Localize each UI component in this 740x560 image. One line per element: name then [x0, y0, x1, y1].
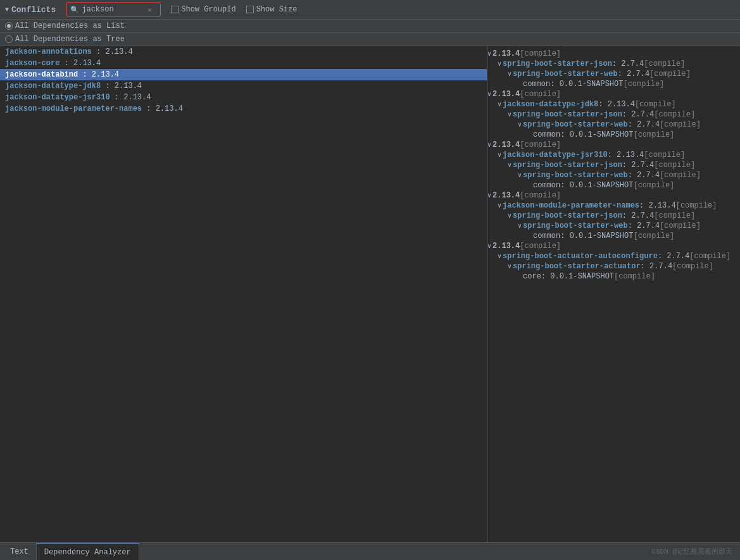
list-item[interactable]: jackson-core : 2.13.4	[0, 58, 487, 69]
search-box[interactable]: 🔍 ✕	[66, 3, 161, 16]
tree-dependency-node[interactable]: ∨common : 0.0.1-SNAPSHOT [compile]	[487, 79, 740, 89]
list-item[interactable]: jackson-module-parameter-names : 2.13.4	[0, 103, 487, 115]
tree-dependency-node[interactable]: ∨spring-boot-actuator-autoconfigure : 2.…	[487, 251, 740, 261]
tree-dependency-node[interactable]: ∨jackson-datatype-jdk8 : 2.13.4 [compile…	[487, 99, 740, 109]
radio-circle-list[interactable]	[5, 22, 13, 30]
tree-dependency-node[interactable]: ∨spring-boot-starter-json : 2.7.4 [compi…	[487, 109, 740, 120]
list-item[interactable]: jackson-databind : 2.13.4	[0, 69, 487, 80]
list-item[interactable]: jackson-datatype-jsr310 : 2.13.4	[0, 92, 487, 103]
tree-version-header[interactable]: ∨2.13.4 [compile]	[487, 49, 740, 59]
search-icon: 🔍	[70, 6, 79, 14]
radio-all-deps-list[interactable]: All Dependencies as List	[5, 22, 125, 30]
tree-version-header[interactable]: ∨2.13.4 [compile]	[487, 190, 740, 201]
show-group-id-label: Show GroupId	[181, 5, 235, 14]
tree-version-header[interactable]: ∨2.13.4 [compile]	[487, 89, 740, 99]
clear-search-icon[interactable]: ✕	[147, 6, 152, 14]
show-group-id-option[interactable]: Show GroupId	[171, 5, 235, 14]
radio-label-list: All Dependencies as List	[15, 22, 125, 30]
radio-label-tree: All Dependencies as Tree	[15, 35, 125, 44]
tree-dependency-node[interactable]: ∨spring-boot-starter-web : 2.7.4 [compil…	[487, 120, 740, 130]
show-size-option[interactable]: Show Size	[246, 5, 298, 14]
search-input[interactable]	[82, 5, 145, 14]
tree-dependency-node[interactable]: ∨spring-boot-starter-web : 2.7.4 [compil…	[487, 69, 740, 79]
tree-dependency-node[interactable]: ∨spring-boot-starter-web : 2.7.4 [compil…	[487, 221, 740, 231]
tree-version-header[interactable]: ∨2.13.4 [compile]	[487, 140, 740, 150]
left-panel: jackson-annotations : 2.13.4jackson-core…	[0, 46, 487, 542]
show-size-label: Show Size	[256, 5, 298, 14]
tab-bar: Text Dependency Analyzer CSDN @记忆摇晃着的那天	[0, 542, 740, 560]
show-group-id-checkbox[interactable]	[171, 6, 179, 13]
tab-dependency-analyzer[interactable]: Dependency Analyzer	[36, 543, 139, 560]
tree-dependency-node[interactable]: ∨jackson-datatype-jsr310 : 2.13.4 [compi…	[487, 150, 740, 160]
options-row-tree: All Dependencies as Tree	[0, 33, 740, 46]
options-row-list: All Dependencies as List	[0, 20, 740, 33]
tree-dependency-node[interactable]: ∨common : 0.0.1-SNAPSHOT [compile]	[487, 130, 740, 140]
show-size-checkbox[interactable]	[246, 6, 254, 13]
main-content: jackson-annotations : 2.13.4jackson-core…	[0, 46, 740, 542]
tree-version-header[interactable]: ∨2.13.4 [compile]	[487, 241, 740, 251]
tree-dependency-node[interactable]: ∨core : 0.0.1-SNAPSHOT [compile]	[487, 271, 740, 282]
right-panel: ∨2.13.4 [compile]∨spring-boot-starter-js…	[487, 46, 740, 542]
radio-circle-tree[interactable]	[5, 35, 13, 43]
header-bar: ▼ Conflicts 🔍 ✕ Show GroupId Show Size	[0, 0, 740, 20]
tree-dependency-node[interactable]: ∨spring-boot-starter-json : 2.7.4 [compi…	[487, 59, 740, 69]
tree-dependency-node[interactable]: ∨common : 0.0.1-SNAPSHOT [compile]	[487, 180, 740, 190]
tree-dependency-node[interactable]: ∨spring-boot-starter-web : 2.7.4 [compil…	[487, 170, 740, 180]
tree-dependency-node[interactable]: ∨spring-boot-starter-json : 2.7.4 [compi…	[487, 211, 740, 221]
tree-dependency-node[interactable]: ∨spring-boot-starter-actuator : 2.7.4 [c…	[487, 261, 740, 271]
radio-all-deps-tree[interactable]: All Dependencies as Tree	[5, 35, 125, 44]
tree-dependency-node[interactable]: ∨common : 0.0.1-SNAPSHOT [compile]	[487, 231, 740, 241]
tab-text[interactable]: Text	[3, 543, 36, 560]
list-item[interactable]: jackson-annotations : 2.13.4	[0, 46, 487, 58]
list-item[interactable]: jackson-datatype-jdk8 : 2.13.4	[0, 80, 487, 92]
collapse-icon[interactable]: ▼	[5, 6, 9, 13]
tree-dependency-node[interactable]: ∨jackson-module-parameter-names : 2.13.4…	[487, 201, 740, 211]
tree-dependency-node[interactable]: ∨spring-boot-starter-json : 2.7.4 [compi…	[487, 160, 740, 170]
watermark: CSDN @记忆摇晃着的那天	[651, 547, 737, 556]
conflicts-title: ▼ Conflicts	[5, 5, 56, 15]
